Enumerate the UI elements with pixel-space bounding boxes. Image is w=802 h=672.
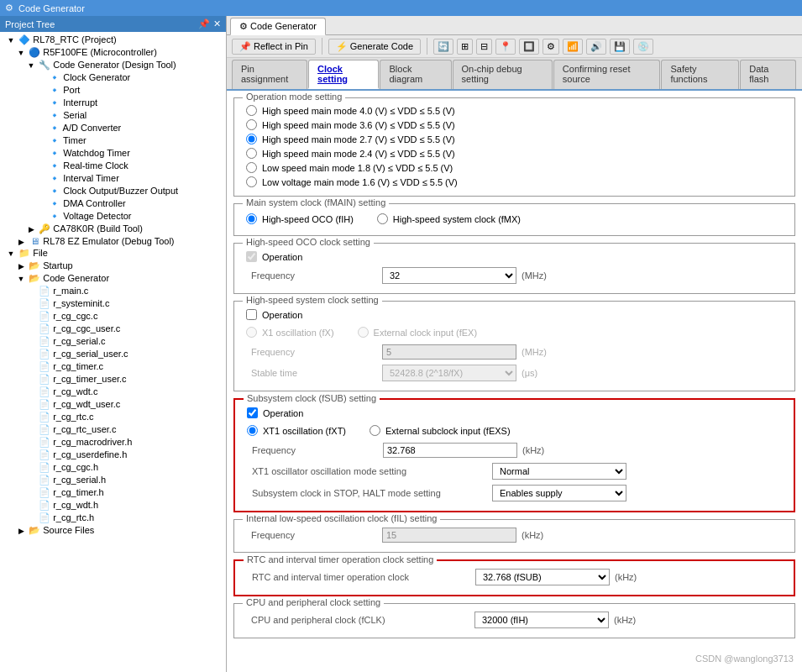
- tree-node-rcgwdt[interactable]: 📄 r_cg_wdt.c: [2, 386, 224, 398]
- tab-clock-setting[interactable]: Clock setting: [308, 60, 379, 89]
- tree-node-rcgserialuser[interactable]: 📄 r_cg_serial_user.c: [2, 348, 224, 360]
- tree-node-mcu[interactable]: ▼ 🔵 R5F100FE (Microcontroller): [2, 46, 224, 59]
- tree-node-intervaltimer[interactable]: 🔹 Interval Timer: [2, 172, 224, 185]
- tree-node-startup[interactable]: ▶ 📂 Startup: [2, 260, 224, 272]
- tree-node-watchdog[interactable]: 🔹 Watchdog Timer: [2, 147, 224, 160]
- rtc-clock-select[interactable]: 32.768 (fSUB) 15 (fIL): [475, 569, 610, 585]
- codegen-tab[interactable]: ⚙ Code Generator: [230, 18, 326, 35]
- toolbar-icon-btn-7[interactable]: 📶: [563, 39, 583, 55]
- tab-block-diagram[interactable]: Block diagram: [380, 60, 451, 89]
- tab-pin-assignment[interactable]: Pin assignment: [232, 60, 307, 89]
- radio-input-16[interactable]: [246, 176, 257, 187]
- radio-exts-input[interactable]: [370, 425, 380, 436]
- radio-input-40[interactable]: [246, 105, 257, 116]
- radio-input-36[interactable]: [246, 119, 257, 130]
- tree-node-adconverter[interactable]: 🔹 A/D Converter: [2, 122, 224, 134]
- radio-xt1-input[interactable]: [247, 425, 258, 436]
- pin-icon[interactable]: 📌: [198, 18, 210, 29]
- tree-node-rmainc[interactable]: 📄 r_main.c: [2, 285, 224, 297]
- tree-node-rtclock[interactable]: 🔹 Real-time Clock: [2, 160, 224, 172]
- subsys-operation-checkbox[interactable]: [247, 407, 258, 418]
- stop-mode-select[interactable]: Enables supply Stops supply: [492, 485, 626, 501]
- tree-node-rcgtimeruser[interactable]: 📄 r_cg_timer_user.c: [2, 373, 224, 386]
- tab-data-flash[interactable]: Data flash: [740, 60, 796, 89]
- tree-node-rcguserdefine[interactable]: 📄 r_cg_userdefine.h: [2, 449, 224, 461]
- il-frequency-input[interactable]: [382, 528, 516, 543]
- tree-node-rcgcgc[interactable]: 📄 r_cg_cgc.c: [2, 310, 224, 323]
- toolbar-icon-btn-10[interactable]: 💿: [633, 39, 653, 55]
- tree-node-rcgwdth[interactable]: 📄 r_cg_wdt.h: [2, 499, 224, 512]
- radio-input-24[interactable]: [246, 148, 257, 159]
- tree-node-emulator[interactable]: ▶ 🖥 RL78 EZ Emulator (Debug Tool): [2, 235, 224, 247]
- radio-x1-input[interactable]: [246, 327, 257, 338]
- tree-node-clockgen[interactable]: 🔹 Clock Generator: [2, 71, 224, 84]
- tree-node-rcgcgch[interactable]: 📄 r_cg_cgc.h: [2, 461, 224, 474]
- radio-lowspeed-18[interactable]: Low speed main mode 1.8 (V) ≤ VDD ≤ 5.5 …: [243, 160, 786, 175]
- radio-lowvoltage-16[interactable]: Low voltage main mode 1.6 (V) ≤ VDD ≤ 5.…: [243, 175, 786, 189]
- expand-icon[interactable]: ▶: [16, 262, 26, 270]
- tree-node-codegen2[interactable]: ▼ 📂 Code Generator: [2, 272, 224, 285]
- tree-node-project[interactable]: ▼ 🔷 RL78_RTC (Project): [2, 34, 224, 46]
- tree-node-rcgcgcuser[interactable]: 📄 r_cg_cgc_user.c: [2, 323, 224, 335]
- radio-input-18[interactable]: [246, 162, 257, 173]
- radio-highspeed-27[interactable]: High speed main mode 2.7 (V) ≤ VDD ≤ 5.5…: [243, 132, 786, 146]
- tree-area[interactable]: ▼ 🔷 RL78_RTC (Project) ▼ 🔵 R5F100FE (Mic…: [0, 32, 226, 672]
- radio-highspeed-oco[interactable]: High-speed OCO (fIH): [243, 212, 357, 226]
- radio-xt1-osc[interactable]: XT1 oscillation (fXT): [244, 423, 349, 438]
- tree-node-rcgtimerh[interactable]: 📄 r_cg_timer.h: [2, 486, 224, 499]
- radio-ext-subclock[interactable]: External subclock input (fEXS): [366, 423, 514, 438]
- toolbar-icon-btn-4[interactable]: 📍: [495, 39, 516, 55]
- tree-node-rcgserial[interactable]: 📄 r_cg_serial.c: [2, 335, 224, 348]
- expand-icon[interactable]: ▼: [6, 36, 16, 45]
- generate-code-button[interactable]: ⚡ Generate Code: [328, 39, 421, 55]
- toolbar-icon-btn-6[interactable]: ⚙: [543, 39, 559, 55]
- tab-reset-source[interactable]: Confirming reset source: [553, 60, 661, 89]
- content-area[interactable]: Operation mode setting High speed main m…: [227, 91, 802, 672]
- toolbar-icon-btn-8[interactable]: 🔊: [586, 39, 606, 55]
- cpu-clock-select[interactable]: 32000 (fIH) 16000 (fIH) 8000 (fIH): [474, 612, 609, 628]
- tree-node-port[interactable]: 🔹 Port: [2, 84, 224, 97]
- tree-node-rcgrtch[interactable]: 📄 r_cg_rtc.h: [2, 512, 224, 524]
- tree-node-codegen[interactable]: ▼ 🔧 Code Generator (Design Tool): [2, 59, 224, 71]
- toolbar-icon-btn-3[interactable]: ⊟: [476, 39, 492, 55]
- radio-ext-input[interactable]: [358, 327, 369, 338]
- expand-icon[interactable]: ▶: [16, 527, 26, 535]
- toolbar-icon-btn-5[interactable]: 🔲: [519, 39, 539, 55]
- xt1-mode-select[interactable]: Normal Low power: [492, 463, 626, 480]
- tab-safety-functions[interactable]: Safety functions: [661, 60, 739, 89]
- tree-node-buildtool[interactable]: ▶ 🔑 CA78K0R (Build Tool): [2, 223, 224, 235]
- toolbar-icon-btn-2[interactable]: ⊞: [457, 39, 473, 55]
- expand-icon[interactable]: ▶: [26, 225, 36, 234]
- close-icon[interactable]: ✕: [213, 18, 221, 29]
- radio-main-system[interactable]: [377, 213, 388, 224]
- tree-node-sourcefiles[interactable]: ▶ 📂 Source Files: [2, 524, 224, 537]
- tree-node-dma[interactable]: 🔹 DMA Controller: [2, 197, 224, 210]
- tree-node-rcgtimer[interactable]: 📄 r_cg_timer.c: [2, 360, 224, 373]
- subsys-frequency-input[interactable]: [383, 443, 517, 458]
- tree-node-rcgrtcuser[interactable]: 📄 r_cg_rtc_user.c: [2, 423, 224, 436]
- radio-main-oco[interactable]: [246, 213, 257, 224]
- hssys-stable-select[interactable]: 52428.8 (2^18/fX): [382, 365, 516, 381]
- expand-icon[interactable]: ▼: [16, 275, 26, 283]
- radio-highspeed-24[interactable]: High speed main mode 2.4 (V) ≤ VDD ≤ 5.5…: [243, 146, 786, 160]
- tree-node-file[interactable]: ▼ 📁 File: [2, 247, 224, 260]
- radio-highspeed-40[interactable]: High speed main mode 4.0 (V) ≤ VDD ≤ 5.5…: [243, 103, 786, 118]
- toolbar-icon-btn-1[interactable]: 🔄: [433, 39, 453, 55]
- tree-node-voltdet[interactable]: 🔹 Voltage Detector: [2, 210, 224, 223]
- tree-node-rcgmacro[interactable]: 📄 r_cg_macrodriver.h: [2, 436, 224, 449]
- oco-operation-checkbox[interactable]: [246, 251, 257, 262]
- toolbar-icon-btn-9[interactable]: 💾: [610, 39, 630, 55]
- expand-icon[interactable]: ▼: [6, 249, 16, 258]
- hssys-frequency-input[interactable]: [382, 344, 516, 360]
- tree-node-interrupt[interactable]: 🔹 Interrupt: [2, 97, 224, 109]
- reflect-in-pin-button[interactable]: 📌 Reflect in Pin: [232, 39, 316, 55]
- tree-node-rcgwdtuser[interactable]: 📄 r_cg_wdt_user.c: [2, 398, 224, 411]
- expand-icon[interactable]: ▼: [16, 49, 26, 57]
- hssys-operation-checkbox[interactable]: [246, 309, 257, 320]
- radio-highspeed-system[interactable]: High-speed system clock (fMX): [374, 212, 524, 226]
- expand-icon[interactable]: ▼: [26, 61, 36, 70]
- tree-node-rcgrtc[interactable]: 📄 r_cg_rtc.c: [2, 411, 224, 423]
- tree-node-rcgserialh[interactable]: 📄 r_cg_serial.h: [2, 474, 224, 486]
- tab-debug-setting[interactable]: On-chip debug setting: [453, 60, 553, 89]
- expand-icon[interactable]: ▶: [16, 238, 26, 246]
